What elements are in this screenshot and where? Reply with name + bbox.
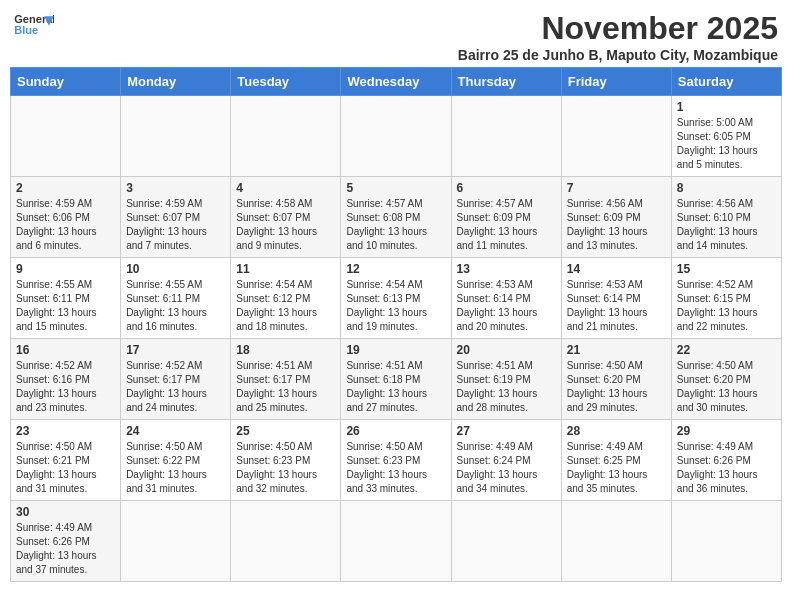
day-number: 14: [567, 262, 666, 276]
day-info: Sunrise: 4:50 AMSunset: 6:20 PMDaylight:…: [567, 359, 666, 415]
calendar-cell: 18Sunrise: 4:51 AMSunset: 6:17 PMDayligh…: [231, 339, 341, 420]
day-info: Sunrise: 4:57 AMSunset: 6:08 PMDaylight:…: [346, 197, 445, 253]
calendar-cell: 4Sunrise: 4:58 AMSunset: 6:07 PMDaylight…: [231, 177, 341, 258]
day-info: Sunrise: 4:49 AMSunset: 6:24 PMDaylight:…: [457, 440, 556, 496]
calendar-cell: 1Sunrise: 5:00 AMSunset: 6:05 PMDaylight…: [671, 96, 781, 177]
day-number: 5: [346, 181, 445, 195]
calendar-cell: 29Sunrise: 4:49 AMSunset: 6:26 PMDayligh…: [671, 420, 781, 501]
calendar-cell: 10Sunrise: 4:55 AMSunset: 6:11 PMDayligh…: [121, 258, 231, 339]
calendar-cell: [561, 501, 671, 582]
day-number: 29: [677, 424, 776, 438]
logo: General Blue: [14, 10, 54, 40]
calendar-cell: 6Sunrise: 4:57 AMSunset: 6:09 PMDaylight…: [451, 177, 561, 258]
calendar-cell: 2Sunrise: 4:59 AMSunset: 6:06 PMDaylight…: [11, 177, 121, 258]
day-number: 22: [677, 343, 776, 357]
calendar-week-row: 16Sunrise: 4:52 AMSunset: 6:16 PMDayligh…: [11, 339, 782, 420]
calendar-cell: 8Sunrise: 4:56 AMSunset: 6:10 PMDaylight…: [671, 177, 781, 258]
calendar-cell: [231, 501, 341, 582]
calendar-cell: [231, 96, 341, 177]
day-info: Sunrise: 4:50 AMSunset: 6:21 PMDaylight:…: [16, 440, 115, 496]
calendar-cell: [121, 501, 231, 582]
title-area: November 2025 Bairro 25 de Junho B, Mapu…: [458, 10, 778, 63]
calendar-cell: 23Sunrise: 4:50 AMSunset: 6:21 PMDayligh…: [11, 420, 121, 501]
calendar-cell: 7Sunrise: 4:56 AMSunset: 6:09 PMDaylight…: [561, 177, 671, 258]
day-number: 13: [457, 262, 556, 276]
day-info: Sunrise: 5:00 AMSunset: 6:05 PMDaylight:…: [677, 116, 776, 172]
calendar-week-row: 23Sunrise: 4:50 AMSunset: 6:21 PMDayligh…: [11, 420, 782, 501]
day-info: Sunrise: 4:57 AMSunset: 6:09 PMDaylight:…: [457, 197, 556, 253]
day-number: 3: [126, 181, 225, 195]
weekday-header-tuesday: Tuesday: [231, 68, 341, 96]
calendar-cell: 26Sunrise: 4:50 AMSunset: 6:23 PMDayligh…: [341, 420, 451, 501]
day-info: Sunrise: 4:56 AMSunset: 6:10 PMDaylight:…: [677, 197, 776, 253]
calendar-cell: 28Sunrise: 4:49 AMSunset: 6:25 PMDayligh…: [561, 420, 671, 501]
calendar-cell: 30Sunrise: 4:49 AMSunset: 6:26 PMDayligh…: [11, 501, 121, 582]
day-number: 28: [567, 424, 666, 438]
calendar-cell: 25Sunrise: 4:50 AMSunset: 6:23 PMDayligh…: [231, 420, 341, 501]
day-number: 24: [126, 424, 225, 438]
day-number: 6: [457, 181, 556, 195]
calendar-cell: 27Sunrise: 4:49 AMSunset: 6:24 PMDayligh…: [451, 420, 561, 501]
day-number: 16: [16, 343, 115, 357]
day-info: Sunrise: 4:58 AMSunset: 6:07 PMDaylight:…: [236, 197, 335, 253]
header: General Blue November 2025 Bairro 25 de …: [10, 10, 782, 63]
day-number: 26: [346, 424, 445, 438]
month-title: November 2025: [458, 10, 778, 47]
svg-text:Blue: Blue: [14, 24, 38, 36]
weekday-header-thursday: Thursday: [451, 68, 561, 96]
calendar-cell: [341, 96, 451, 177]
calendar-cell: 19Sunrise: 4:51 AMSunset: 6:18 PMDayligh…: [341, 339, 451, 420]
day-info: Sunrise: 4:51 AMSunset: 6:18 PMDaylight:…: [346, 359, 445, 415]
day-number: 25: [236, 424, 335, 438]
weekday-header-sunday: Sunday: [11, 68, 121, 96]
day-info: Sunrise: 4:50 AMSunset: 6:23 PMDaylight:…: [346, 440, 445, 496]
day-info: Sunrise: 4:55 AMSunset: 6:11 PMDaylight:…: [126, 278, 225, 334]
day-info: Sunrise: 4:50 AMSunset: 6:22 PMDaylight:…: [126, 440, 225, 496]
day-info: Sunrise: 4:50 AMSunset: 6:23 PMDaylight:…: [236, 440, 335, 496]
calendar-table: SundayMondayTuesdayWednesdayThursdayFrid…: [10, 67, 782, 582]
day-info: Sunrise: 4:49 AMSunset: 6:26 PMDaylight:…: [677, 440, 776, 496]
day-number: 23: [16, 424, 115, 438]
weekday-header-monday: Monday: [121, 68, 231, 96]
day-info: Sunrise: 4:49 AMSunset: 6:26 PMDaylight:…: [16, 521, 115, 577]
day-number: 9: [16, 262, 115, 276]
calendar-cell: 5Sunrise: 4:57 AMSunset: 6:08 PMDaylight…: [341, 177, 451, 258]
calendar-cell: 17Sunrise: 4:52 AMSunset: 6:17 PMDayligh…: [121, 339, 231, 420]
weekday-header-saturday: Saturday: [671, 68, 781, 96]
day-number: 2: [16, 181, 115, 195]
weekday-header-wednesday: Wednesday: [341, 68, 451, 96]
calendar-cell: 13Sunrise: 4:53 AMSunset: 6:14 PMDayligh…: [451, 258, 561, 339]
day-info: Sunrise: 4:53 AMSunset: 6:14 PMDaylight:…: [457, 278, 556, 334]
day-info: Sunrise: 4:56 AMSunset: 6:09 PMDaylight:…: [567, 197, 666, 253]
day-number: 7: [567, 181, 666, 195]
day-info: Sunrise: 4:52 AMSunset: 6:17 PMDaylight:…: [126, 359, 225, 415]
calendar-cell: 14Sunrise: 4:53 AMSunset: 6:14 PMDayligh…: [561, 258, 671, 339]
logo-icon: General Blue: [14, 10, 54, 40]
day-number: 8: [677, 181, 776, 195]
calendar-cell: 9Sunrise: 4:55 AMSunset: 6:11 PMDaylight…: [11, 258, 121, 339]
calendar-cell: [11, 96, 121, 177]
day-number: 30: [16, 505, 115, 519]
day-number: 17: [126, 343, 225, 357]
weekday-header-row: SundayMondayTuesdayWednesdayThursdayFrid…: [11, 68, 782, 96]
calendar-cell: [121, 96, 231, 177]
day-info: Sunrise: 4:51 AMSunset: 6:19 PMDaylight:…: [457, 359, 556, 415]
day-info: Sunrise: 4:51 AMSunset: 6:17 PMDaylight:…: [236, 359, 335, 415]
day-number: 27: [457, 424, 556, 438]
calendar-cell: 22Sunrise: 4:50 AMSunset: 6:20 PMDayligh…: [671, 339, 781, 420]
calendar-cell: 15Sunrise: 4:52 AMSunset: 6:15 PMDayligh…: [671, 258, 781, 339]
calendar-cell: 12Sunrise: 4:54 AMSunset: 6:13 PMDayligh…: [341, 258, 451, 339]
calendar-cell: [451, 96, 561, 177]
day-info: Sunrise: 4:59 AMSunset: 6:07 PMDaylight:…: [126, 197, 225, 253]
day-info: Sunrise: 4:59 AMSunset: 6:06 PMDaylight:…: [16, 197, 115, 253]
calendar-week-row: 2Sunrise: 4:59 AMSunset: 6:06 PMDaylight…: [11, 177, 782, 258]
subtitle: Bairro 25 de Junho B, Maputo City, Mozam…: [458, 47, 778, 63]
calendar-week-row: 30Sunrise: 4:49 AMSunset: 6:26 PMDayligh…: [11, 501, 782, 582]
calendar-cell: 11Sunrise: 4:54 AMSunset: 6:12 PMDayligh…: [231, 258, 341, 339]
day-number: 21: [567, 343, 666, 357]
day-number: 4: [236, 181, 335, 195]
day-info: Sunrise: 4:54 AMSunset: 6:13 PMDaylight:…: [346, 278, 445, 334]
day-info: Sunrise: 4:55 AMSunset: 6:11 PMDaylight:…: [16, 278, 115, 334]
calendar-cell: [341, 501, 451, 582]
calendar-week-row: 9Sunrise: 4:55 AMSunset: 6:11 PMDaylight…: [11, 258, 782, 339]
